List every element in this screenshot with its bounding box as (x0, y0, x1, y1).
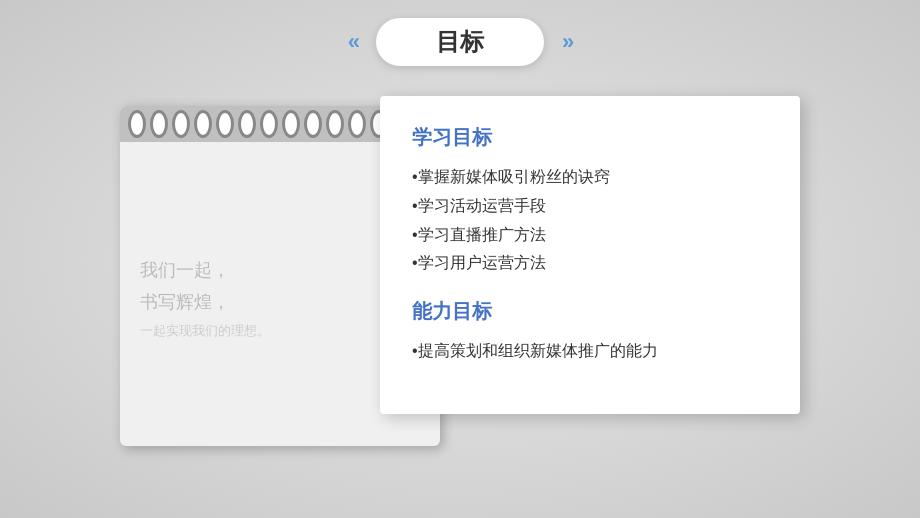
list-item: •学习用户运营方法 (412, 249, 768, 278)
spiral (150, 110, 168, 138)
spiral (194, 110, 212, 138)
spiral (172, 110, 190, 138)
page-title: 目标 (376, 18, 544, 66)
section1-list: •掌握新媒体吸引粉丝的诀窍•学习活动运营手段•学习直播推广方法•学习用户运营方法 (412, 163, 768, 278)
spiral (128, 110, 146, 138)
spiral (304, 110, 322, 138)
notebook-text-line1: 我们一起， (140, 254, 230, 286)
spiral (238, 110, 256, 138)
list-item: •学习直播推广方法 (412, 221, 768, 250)
list-item: •提高策划和组织新媒体推广的能力 (412, 337, 768, 366)
notebook-text-line3: 一起实现我们的理想。 (140, 322, 270, 340)
prev-arrow[interactable]: « (348, 29, 358, 55)
content-area: 我们一起， 书写辉煌， 一起实现我们的理想。 学习目标 •掌握新媒体吸引粉丝的诀… (70, 96, 850, 446)
section2-title: 能力目标 (412, 298, 768, 325)
page-header: « 目标 » (0, 18, 920, 66)
notebook-text-line2: 书写辉煌， (140, 286, 230, 318)
list-item: •学习活动运营手段 (412, 192, 768, 221)
section2-list: •提高策划和组织新媒体推广的能力 (412, 337, 768, 366)
next-arrow[interactable]: » (562, 29, 572, 55)
spiral (326, 110, 344, 138)
spiral (282, 110, 300, 138)
section1-title: 学习目标 (412, 124, 768, 151)
list-item: •掌握新媒体吸引粉丝的诀窍 (412, 163, 768, 192)
spiral (260, 110, 278, 138)
content-card: 学习目标 •掌握新媒体吸引粉丝的诀窍•学习活动运营手段•学习直播推广方法•学习用… (380, 96, 800, 414)
spiral (348, 110, 366, 138)
spiral (216, 110, 234, 138)
